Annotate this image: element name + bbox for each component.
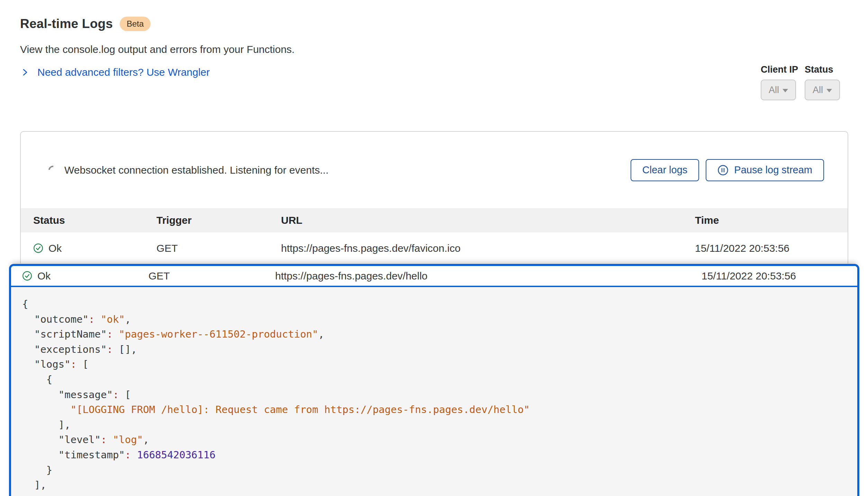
trigger-cell: GET xyxy=(148,270,275,282)
connection-status: Websocket connection established. Listen… xyxy=(48,164,328,176)
client-ip-filter-label: Client IP xyxy=(761,64,798,75)
status-filter-value: All xyxy=(813,85,823,95)
connection-status-text: Websocket connection established. Listen… xyxy=(64,164,328,176)
log-filters: Client IP All Status All xyxy=(761,64,840,100)
expanded-log-row[interactable]: Ok GET https://pages-fns.pages.dev/hello… xyxy=(11,266,857,287)
client-ip-filter-value: All xyxy=(769,85,779,95)
json-line: "exceptions": [], xyxy=(22,342,843,357)
check-circle-icon xyxy=(33,243,43,253)
pause-icon xyxy=(717,165,729,176)
json-line: "timestamp": 1668542036116 xyxy=(22,448,843,463)
url-cell: https://pages-fns.pages.dev/favicon.ico xyxy=(281,242,695,254)
page-header: Real-time Logs Beta xyxy=(20,17,151,31)
json-line: ], xyxy=(22,417,843,433)
realtime-logs-page: Real-time Logs Beta View the console.log… xyxy=(0,0,868,496)
column-header-url: URL xyxy=(281,214,695,226)
wrangler-link-label: Need advanced filters? Use Wrangler xyxy=(37,66,210,78)
status-value: Ok xyxy=(48,242,62,254)
clear-logs-button[interactable]: Clear logs xyxy=(631,159,699,181)
client-ip-filter-select[interactable]: All xyxy=(761,80,796,100)
clear-logs-label: Clear logs xyxy=(642,164,688,176)
json-line: "logs": [ xyxy=(22,357,843,372)
check-circle-icon xyxy=(22,271,32,281)
client-ip-filter-group: Client IP All xyxy=(761,64,798,100)
column-header-status: Status xyxy=(33,214,156,226)
caret-down-icon xyxy=(783,89,788,92)
json-line: { xyxy=(22,372,843,387)
json-line: "message": [ xyxy=(22,387,843,403)
trigger-cell: GET xyxy=(156,242,281,254)
wrangler-filters-link[interactable]: Need advanced filters? Use Wrangler xyxy=(21,66,210,78)
time-cell: 15/11/2022 20:53:56 xyxy=(695,242,848,254)
chevron-right-icon xyxy=(21,68,29,76)
status-cell: Ok xyxy=(33,242,156,254)
status-cell: Ok xyxy=(22,270,148,282)
spinner-icon xyxy=(47,164,60,176)
json-line: } xyxy=(22,463,843,478)
status-filter-label: Status xyxy=(805,64,840,75)
pause-log-stream-button[interactable]: Pause log stream xyxy=(706,159,824,181)
status-filter-select[interactable]: All xyxy=(805,80,840,100)
log-stream-toolbar: Websocket connection established. Listen… xyxy=(21,132,848,208)
json-line: "scriptName": "pages-worker--611502-prod… xyxy=(22,327,843,342)
url-cell: https://pages-fns.pages.dev/hello xyxy=(275,270,702,282)
json-line: { xyxy=(22,297,843,312)
page-title: Real-time Logs xyxy=(20,17,113,31)
caret-down-icon xyxy=(826,89,832,92)
json-line: "outcome": "ok", xyxy=(22,312,843,327)
log-table-header: Status Trigger URL Time xyxy=(21,208,848,232)
json-line: "level": "log", xyxy=(22,432,843,448)
status-filter-group: Status All xyxy=(805,64,840,100)
pause-log-stream-label: Pause log stream xyxy=(734,164,812,176)
log-table-row[interactable]: Ok GET https://pages-fns.pages.dev/favic… xyxy=(21,232,848,264)
beta-badge: Beta xyxy=(120,17,151,31)
json-line: ], xyxy=(22,478,843,493)
json-log-body: { "outcome": "ok", "scriptName": "pages-… xyxy=(11,287,857,496)
column-header-time: Time xyxy=(695,214,848,226)
column-header-trigger: Trigger xyxy=(156,214,281,226)
expanded-log-entry: Ok GET https://pages-fns.pages.dev/hello… xyxy=(9,264,859,496)
toolbar-buttons: Clear logs Pause log stream xyxy=(631,159,824,181)
status-value: Ok xyxy=(37,270,51,282)
page-description: View the console.log output and errors f… xyxy=(20,44,295,55)
json-line: "[LOGGING FROM /hello]: Request came fro… xyxy=(22,402,843,417)
time-cell: 15/11/2022 20:53:56 xyxy=(702,270,857,282)
